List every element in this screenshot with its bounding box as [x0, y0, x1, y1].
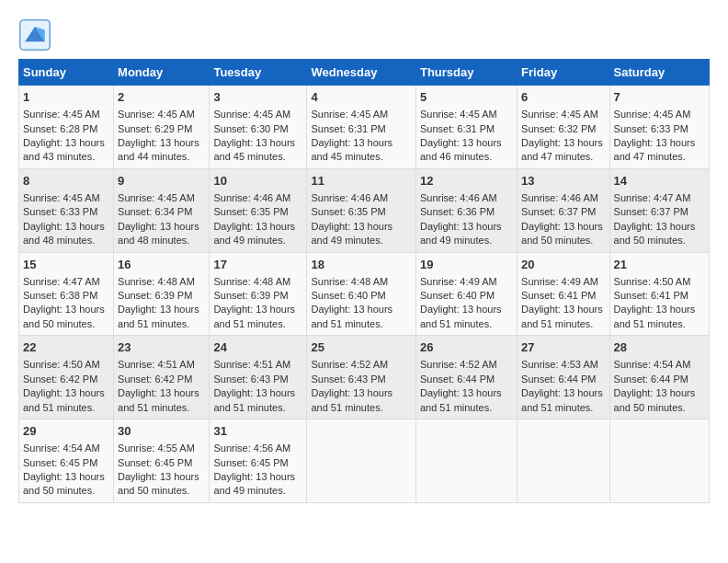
calendar-cell: 19Sunrise: 4:49 AMSunset: 6:40 PMDayligh…: [415, 252, 517, 336]
sunset: Sunset: 6:45 PM: [118, 457, 192, 468]
calendar-cell: 21Sunrise: 4:50 AMSunset: 6:41 PMDayligh…: [609, 252, 709, 336]
daylight: Daylight: 13 hours and 51 minutes.: [23, 387, 105, 412]
sunrise: Sunrise: 4:50 AM: [23, 359, 100, 370]
day-number: 29: [23, 423, 109, 440]
daylight: Daylight: 13 hours and 51 minutes.: [118, 304, 199, 328]
day-number: 17: [213, 257, 302, 273]
sunset: Sunset: 6:35 PM: [213, 206, 288, 217]
sunset: Sunset: 6:31 PM: [311, 123, 385, 134]
calendar-cell: [307, 419, 416, 503]
calendar-cell: 31Sunrise: 4:56 AMSunset: 6:45 PMDayligh…: [210, 419, 307, 503]
day-number: 12: [420, 173, 513, 190]
page-header: [18, 18, 710, 52]
sunset: Sunset: 6:44 PM: [614, 373, 688, 385]
calendar-cell: 28Sunrise: 4:54 AMSunset: 6:44 PMDayligh…: [609, 336, 709, 419]
week-row-2: 8Sunrise: 4:45 AMSunset: 6:33 PMDaylight…: [19, 168, 710, 252]
calendar-cell: 17Sunrise: 4:48 AMSunset: 6:39 PMDayligh…: [210, 252, 307, 336]
sunrise: Sunrise: 4:45 AM: [420, 109, 497, 120]
daylight: Daylight: 13 hours and 48 minutes.: [23, 221, 105, 246]
sunrise: Sunrise: 4:53 AM: [521, 359, 598, 370]
calendar-cell: 26Sunrise: 4:52 AMSunset: 6:44 PMDayligh…: [415, 336, 517, 419]
sunset: Sunset: 6:44 PM: [521, 373, 596, 385]
sunrise: Sunrise: 4:46 AM: [311, 192, 388, 203]
header-row: SundayMondayTuesdayWednesdayThursdayFrid…: [19, 60, 710, 86]
column-header-friday: Friday: [518, 60, 609, 86]
sunrise: Sunrise: 4:45 AM: [311, 109, 388, 120]
sunrise: Sunrise: 4:46 AM: [420, 192, 497, 203]
sunrise: Sunrise: 4:45 AM: [23, 109, 100, 120]
day-number: 16: [118, 257, 205, 273]
sunrise: Sunrise: 4:54 AM: [614, 359, 691, 370]
sunset: Sunset: 6:42 PM: [118, 373, 192, 385]
day-number: 24: [213, 339, 302, 356]
logo-icon: [18, 18, 51, 52]
day-number: 14: [614, 173, 705, 190]
day-number: 22: [23, 339, 109, 356]
calendar-cell: 2Sunrise: 4:45 AMSunset: 6:29 PMDaylight…: [114, 86, 210, 169]
calendar-cell: 6Sunrise: 4:45 AMSunset: 6:32 PMDaylight…: [518, 86, 609, 169]
calendar-cell: 9Sunrise: 4:45 AMSunset: 6:34 PMDaylight…: [114, 168, 210, 252]
sunset: Sunset: 6:38 PM: [23, 290, 97, 301]
daylight: Daylight: 13 hours and 51 minutes.: [213, 387, 295, 412]
daylight: Daylight: 13 hours and 51 minutes.: [521, 387, 603, 412]
sunset: Sunset: 6:40 PM: [420, 290, 495, 301]
daylight: Daylight: 13 hours and 51 minutes.: [311, 304, 392, 328]
daylight: Daylight: 13 hours and 49 minutes.: [213, 471, 295, 496]
daylight: Daylight: 13 hours and 47 minutes.: [614, 137, 696, 162]
week-row-1: 1Sunrise: 4:45 AMSunset: 6:28 PMDaylight…: [19, 86, 710, 169]
calendar-cell: 7Sunrise: 4:45 AMSunset: 6:33 PMDaylight…: [609, 86, 709, 169]
day-number: 9: [118, 173, 205, 190]
sunset: Sunset: 6:42 PM: [23, 373, 97, 385]
day-number: 31: [213, 423, 302, 440]
day-number: 7: [614, 89, 705, 106]
daylight: Daylight: 13 hours and 50 minutes.: [118, 471, 199, 496]
sunrise: Sunrise: 4:49 AM: [521, 276, 598, 287]
sunrise: Sunrise: 4:46 AM: [521, 192, 598, 203]
sunset: Sunset: 6:33 PM: [614, 123, 688, 134]
calendar-cell: 10Sunrise: 4:46 AMSunset: 6:35 PMDayligh…: [210, 168, 307, 252]
logo: [18, 18, 55, 52]
sunset: Sunset: 6:44 PM: [420, 373, 495, 385]
column-header-saturday: Saturday: [609, 60, 709, 86]
sunset: Sunset: 6:30 PM: [213, 123, 288, 134]
calendar-cell: 29Sunrise: 4:54 AMSunset: 6:45 PMDayligh…: [19, 419, 114, 503]
calendar-body: 1Sunrise: 4:45 AMSunset: 6:28 PMDaylight…: [19, 86, 710, 503]
daylight: Daylight: 13 hours and 51 minutes.: [420, 387, 502, 412]
sunrise: Sunrise: 4:55 AM: [118, 442, 195, 454]
daylight: Daylight: 13 hours and 50 minutes.: [23, 304, 105, 328]
sunset: Sunset: 6:45 PM: [213, 457, 288, 468]
daylight: Daylight: 13 hours and 50 minutes.: [614, 387, 696, 412]
calendar-cell: [415, 419, 517, 503]
calendar-cell: 13Sunrise: 4:46 AMSunset: 6:37 PMDayligh…: [518, 168, 609, 252]
day-number: 30: [118, 423, 205, 440]
sunset: Sunset: 6:33 PM: [23, 206, 97, 217]
sunrise: Sunrise: 4:46 AM: [213, 192, 290, 203]
daylight: Daylight: 13 hours and 51 minutes.: [521, 304, 603, 328]
calendar-cell: 4Sunrise: 4:45 AMSunset: 6:31 PMDaylight…: [307, 86, 416, 169]
calendar-cell: 5Sunrise: 4:45 AMSunset: 6:31 PMDaylight…: [415, 86, 517, 169]
daylight: Daylight: 13 hours and 49 minutes.: [420, 221, 502, 246]
sunrise: Sunrise: 4:48 AM: [118, 276, 195, 287]
calendar-cell: 12Sunrise: 4:46 AMSunset: 6:36 PMDayligh…: [415, 168, 517, 252]
sunset: Sunset: 6:31 PM: [420, 123, 495, 134]
day-number: 21: [614, 257, 705, 273]
sunrise: Sunrise: 4:50 AM: [614, 276, 691, 287]
week-row-3: 15Sunrise: 4:47 AMSunset: 6:38 PMDayligh…: [19, 252, 710, 336]
sunrise: Sunrise: 4:54 AM: [23, 442, 100, 454]
day-number: 11: [311, 173, 412, 190]
sunset: Sunset: 6:43 PM: [311, 373, 385, 385]
sunset: Sunset: 6:29 PM: [118, 123, 192, 134]
daylight: Daylight: 13 hours and 49 minutes.: [213, 221, 295, 246]
sunset: Sunset: 6:36 PM: [420, 206, 495, 217]
day-number: 18: [311, 257, 412, 273]
sunrise: Sunrise: 4:48 AM: [213, 276, 290, 287]
calendar-cell: 23Sunrise: 4:51 AMSunset: 6:42 PMDayligh…: [114, 336, 210, 419]
calendar-cell: 30Sunrise: 4:55 AMSunset: 6:45 PMDayligh…: [114, 419, 210, 503]
day-number: 3: [213, 89, 302, 106]
sunset: Sunset: 6:39 PM: [213, 290, 288, 301]
sunrise: Sunrise: 4:52 AM: [311, 359, 388, 370]
week-row-4: 22Sunrise: 4:50 AMSunset: 6:42 PMDayligh…: [19, 336, 710, 419]
column-header-wednesday: Wednesday: [307, 60, 416, 86]
day-number: 8: [23, 173, 109, 190]
sunset: Sunset: 6:41 PM: [614, 290, 688, 301]
